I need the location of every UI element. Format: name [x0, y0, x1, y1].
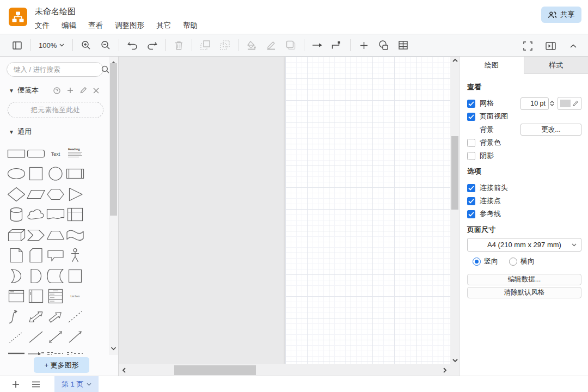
canvas-vertical-scrollbar[interactable]: [450, 57, 459, 364]
shape-internal-storage-icon[interactable]: [65, 205, 85, 225]
shadow-icon[interactable]: [284, 38, 298, 53]
shape-list-icon[interactable]: [46, 286, 65, 307]
shape-note-icon[interactable]: [7, 246, 26, 266]
menu-arrange[interactable]: 调整图形: [115, 21, 144, 30]
shape-circle-icon[interactable]: [46, 164, 65, 185]
page-size-dropdown[interactable]: A4 (210 mm x 297 mm): [467, 238, 581, 252]
waypoints-icon[interactable]: [330, 38, 344, 53]
fullscreen-icon[interactable]: [520, 38, 535, 53]
shape-dashed-edge-icon[interactable]: [65, 347, 85, 355]
toggle-sidebar-icon[interactable]: [10, 38, 24, 53]
menu-help[interactable]: 帮助: [183, 21, 198, 30]
zoom-in-icon[interactable]: [79, 38, 93, 53]
format-panel-toggle-icon[interactable]: [543, 38, 558, 53]
shape-callout-icon[interactable]: [46, 246, 65, 266]
redo-icon[interactable]: [145, 38, 159, 53]
shape-tape-icon[interactable]: [65, 225, 85, 246]
page-tab-1[interactable]: 第 1 页: [54, 376, 99, 392]
clear-default-style-button[interactable]: 清除默认风格: [467, 287, 581, 298]
undo-icon[interactable]: [125, 38, 139, 53]
canvas-page[interactable]: [285, 57, 450, 364]
menu-edit[interactable]: 编辑: [62, 21, 76, 30]
scroll-down-icon[interactable]: [111, 343, 117, 353]
shape-arrow-icon[interactable]: [46, 307, 65, 327]
shape-dotted-line-icon[interactable]: [7, 327, 26, 348]
menu-file[interactable]: 文件: [35, 21, 50, 30]
grid-size-input[interactable]: [520, 97, 549, 110]
to-front-icon[interactable]: [198, 38, 212, 53]
shape-list-item-icon[interactable]: List Item: [65, 286, 85, 307]
shape-document-icon[interactable]: [46, 205, 65, 225]
shape-card-icon[interactable]: [26, 246, 46, 266]
menu-extras[interactable]: 其它: [156, 21, 171, 30]
shape-text-icon[interactable]: Text: [46, 143, 65, 164]
collapse-triangle-icon[interactable]: ▼: [9, 88, 14, 94]
shape-window-icon[interactable]: [7, 286, 26, 307]
shape-cloud-icon[interactable]: [26, 205, 46, 225]
insert-icon[interactable]: [357, 38, 371, 53]
shape-and-icon[interactable]: [26, 266, 46, 286]
grid-size-stepper[interactable]: [550, 101, 554, 106]
help-icon[interactable]: [53, 87, 60, 94]
grid-color-button[interactable]: [558, 97, 581, 110]
delete-icon[interactable]: [171, 38, 186, 53]
shape-line-icon[interactable]: [26, 327, 46, 348]
shape-vertical-container-icon[interactable]: [26, 286, 46, 307]
canvas-vscroll-thumb[interactable]: [451, 136, 458, 210]
menu-view[interactable]: 查看: [88, 21, 103, 30]
shape-link-icon[interactable]: [7, 347, 26, 355]
shape-label-line-icon[interactable]: [26, 347, 46, 355]
portrait-radio[interactable]: [473, 258, 481, 266]
zoom-out-icon[interactable]: [99, 38, 113, 53]
shape-step-icon[interactable]: [26, 225, 46, 246]
general-section-title[interactable]: 通用: [17, 127, 32, 137]
canvas-hscroll-thumb[interactable]: [174, 365, 256, 375]
line-color-icon[interactable]: [264, 38, 278, 53]
landscape-radio[interactable]: [509, 258, 517, 266]
scroll-down-icon[interactable]: [452, 358, 458, 363]
background-color-checkbox[interactable]: [467, 139, 475, 147]
share-button[interactable]: 共享: [541, 7, 581, 23]
shapes-icon[interactable]: [376, 38, 390, 53]
shape-bidirectional-arrow-icon[interactable]: [26, 307, 46, 327]
tab-style[interactable]: 样式: [524, 57, 588, 74]
close-scratchpad-icon[interactable]: [93, 88, 99, 94]
collapse-toolbar-icon[interactable]: [566, 38, 580, 53]
table-icon[interactable]: [396, 38, 410, 53]
portrait-option[interactable]: 竖向: [473, 256, 498, 266]
shape-hexagon-icon[interactable]: [46, 184, 65, 205]
shape-data-storage-icon[interactable]: [46, 266, 65, 286]
pages-list-icon[interactable]: [32, 381, 40, 388]
scratchpad-dropzone[interactable]: 把元素拖至此处: [8, 102, 103, 118]
zoom-level-dropdown[interactable]: 100%: [36, 38, 66, 53]
sidebar-scrollbar-thumb[interactable]: [110, 63, 117, 216]
collapse-triangle-icon[interactable]: ▼: [9, 129, 14, 135]
shape-triangle-icon[interactable]: [65, 184, 85, 205]
page-view-checkbox[interactable]: [467, 113, 475, 121]
shape-dashed-line-icon[interactable]: [65, 307, 85, 327]
shape-process-icon[interactable]: [65, 164, 85, 185]
scroll-up-icon[interactable]: [452, 58, 458, 63]
shape-curve-icon[interactable]: [7, 307, 26, 327]
shape-cylinder-icon[interactable]: [7, 205, 26, 225]
connection-arrows-checkbox[interactable]: [467, 184, 475, 192]
scratchpad-title[interactable]: 便笺本: [17, 85, 39, 95]
shadow-checkbox[interactable]: [467, 152, 475, 160]
edit-scratchpad-icon[interactable]: [80, 87, 87, 94]
tab-diagram[interactable]: 绘图: [460, 57, 524, 74]
connection-points-checkbox[interactable]: [467, 197, 475, 205]
shape-heading-icon[interactable]: Heading: [65, 143, 85, 164]
shape-or-icon[interactable]: [7, 266, 26, 286]
scroll-right-icon[interactable]: [443, 367, 447, 373]
shape-square-icon[interactable]: [26, 164, 46, 185]
sidebar-scrollbar[interactable]: [109, 57, 118, 355]
shape-actor-icon[interactable]: [65, 246, 85, 266]
shape-rectangle-icon[interactable]: [7, 143, 26, 164]
connection-arrow-icon[interactable]: [310, 38, 324, 53]
shape-search-input[interactable]: [14, 66, 101, 74]
shape-parallelogram-icon[interactable]: [26, 184, 46, 205]
grid-checkbox[interactable]: [467, 100, 475, 108]
to-back-icon[interactable]: [218, 38, 232, 53]
add-scratchpad-icon[interactable]: [67, 87, 74, 94]
shape-directional-connector-icon[interactable]: [65, 327, 85, 348]
